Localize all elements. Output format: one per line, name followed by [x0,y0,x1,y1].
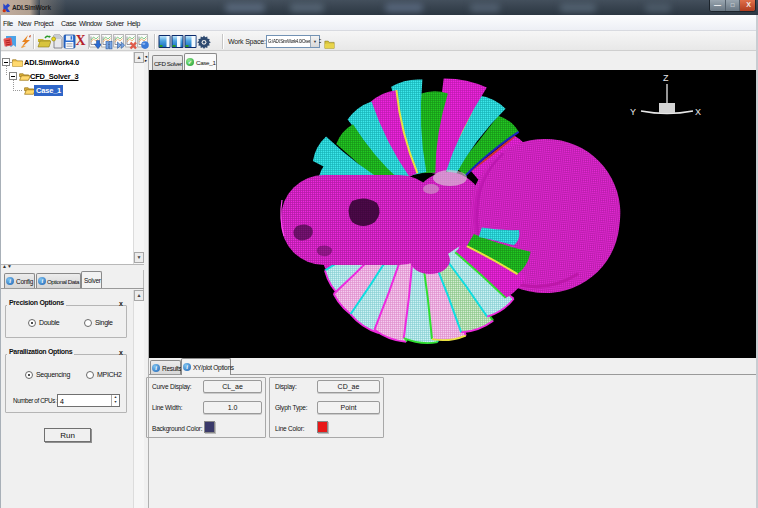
svg-text:X: X [695,107,701,117]
svg-text:Y: Y [630,107,636,117]
svg-text:Z: Z [663,73,669,83]
